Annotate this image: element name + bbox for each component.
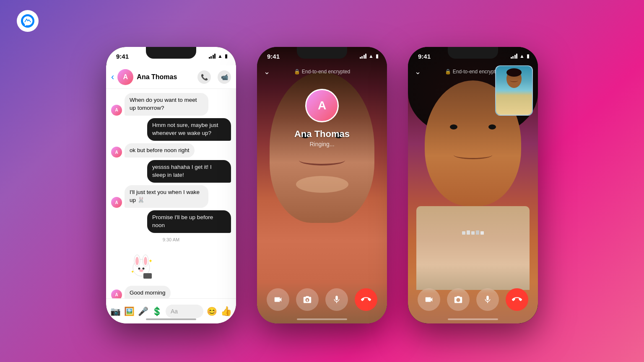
contact-avatar: A bbox=[117, 69, 133, 85]
video-top-bar: ⌄ 🔒 End-to-end encrypted bbox=[257, 65, 387, 78]
gallery-icon[interactable]: 🖼️ bbox=[124, 306, 135, 316]
message-row: Promise I'll be up before noon bbox=[111, 210, 231, 233]
battery-icon-2: ▮ bbox=[376, 53, 379, 59]
messenger-logo bbox=[17, 10, 39, 32]
mute-button-3[interactable] bbox=[476, 288, 499, 311]
message-avatar: A bbox=[111, 197, 122, 208]
encryption-indicator-3: 🔒 End-to-end encrypted bbox=[445, 69, 501, 75]
phone-chat: 9:41 ▲ ▮ ‹ A Ana Thomas bbox=[106, 47, 236, 323]
battery-icon: ▮ bbox=[225, 53, 228, 59]
wifi-icon-3: ▲ bbox=[519, 53, 525, 59]
input-placeholder: Aa bbox=[171, 308, 178, 315]
home-bar-3 bbox=[448, 318, 498, 320]
message-bubble: Hmm not sure, maybe just whenever we wak… bbox=[147, 118, 231, 141]
message-bubble: When do you want to meet up tomorrow? bbox=[125, 93, 208, 116]
video-toggle-button-3[interactable] bbox=[418, 288, 440, 311]
end-call-button-3[interactable] bbox=[506, 288, 528, 311]
encryption-text-3: End-to-end encrypted bbox=[453, 69, 501, 75]
message-bubble: ok but before noon right bbox=[125, 143, 195, 158]
message-avatar: A bbox=[111, 147, 122, 158]
lock-icon: 🔒 bbox=[294, 69, 300, 75]
flip-camera-button-3[interactable] bbox=[447, 288, 470, 311]
encryption-text: End-to-end encrypted bbox=[302, 69, 350, 75]
emoji-icon[interactable]: 😊 bbox=[207, 306, 217, 316]
message-row: A Good morning bbox=[111, 286, 231, 298]
wifi-icon: ▲ bbox=[218, 53, 223, 59]
home-bar-2 bbox=[297, 318, 347, 320]
home-bar bbox=[146, 318, 196, 320]
message-row: Hmm not sure, maybe just whenever we wak… bbox=[111, 118, 231, 141]
message-avatar: A bbox=[111, 105, 122, 116]
camera-icon[interactable]: 📷 bbox=[110, 306, 121, 316]
svg-point-5 bbox=[144, 257, 147, 265]
message-bubble: I'll just text you when I wake up 🐰 bbox=[125, 185, 208, 208]
back-button[interactable]: ‹ bbox=[111, 72, 114, 83]
chevron-down-icon-3[interactable]: ⌄ bbox=[415, 67, 421, 76]
phone-active-call: 9:41 ▲ ▮ ⌄ 🔒 End-to-end encr bbox=[408, 47, 538, 323]
wifi-icon-2: ▲ bbox=[369, 53, 374, 59]
time-3: 9:41 bbox=[416, 53, 431, 60]
mute-button[interactable] bbox=[325, 288, 348, 311]
svg-text:✦: ✦ bbox=[131, 269, 134, 274]
message-input[interactable]: Aa bbox=[166, 305, 203, 318]
video-background bbox=[257, 47, 387, 323]
video-toggle-button[interactable] bbox=[267, 288, 289, 311]
messages-area: A When do you want to meet up tomorrow? … bbox=[106, 89, 236, 298]
status-icons-3: ▲ ▮ bbox=[511, 53, 530, 59]
message-bubble: yessss hahaha I get it! I sleep in late! bbox=[147, 160, 231, 183]
payment-icon[interactable]: 💲 bbox=[152, 306, 162, 316]
notch bbox=[146, 47, 196, 59]
caller-name: Ana Thomas bbox=[257, 129, 387, 140]
message-row: yessss hahaha I get it! I sleep in late! bbox=[111, 160, 231, 183]
status-icons-2: ▲ ▮ bbox=[360, 53, 379, 59]
call-controls bbox=[257, 288, 387, 311]
svg-rect-11 bbox=[143, 273, 152, 279]
notch bbox=[297, 47, 347, 59]
phone-ringing: 9:41 ▲ ▮ ⌄ 🔒 End-to-end encr bbox=[257, 47, 387, 323]
svg-point-8 bbox=[139, 269, 143, 272]
caller-info: Ana Thomas Ringing... bbox=[257, 129, 387, 147]
svg-point-7 bbox=[143, 267, 145, 269]
notch-3 bbox=[448, 47, 498, 59]
encryption-indicator: 🔒 End-to-end encrypted bbox=[294, 69, 350, 75]
chat-action-buttons: 📞 📹 bbox=[197, 70, 231, 84]
timestamp: 9:30 AM bbox=[111, 237, 231, 242]
status-icons-1: ▲ ▮ bbox=[209, 53, 228, 59]
svg-point-6 bbox=[138, 267, 140, 269]
video-call-button[interactable]: 📹 bbox=[218, 70, 231, 84]
lock-icon-3: 🔒 bbox=[445, 69, 451, 75]
signal-icon-2 bbox=[360, 54, 367, 59]
signal-icon bbox=[209, 54, 216, 59]
caller-thumbnail: A bbox=[305, 89, 339, 122]
end-call-button[interactable] bbox=[355, 288, 377, 311]
svg-point-4 bbox=[135, 257, 139, 265]
phones-container: 9:41 ▲ ▮ ‹ A Ana Thomas bbox=[0, 0, 644, 362]
call-status: Ringing... bbox=[257, 141, 387, 147]
signal-icon-3 bbox=[511, 54, 518, 59]
call-controls-3 bbox=[408, 288, 538, 311]
message-bubble: Promise I'll be up before noon bbox=[147, 210, 231, 233]
time-2: 9:41 bbox=[265, 53, 280, 60]
voice-call-button[interactable]: 📞 bbox=[197, 70, 211, 84]
message-row: A When do you want to meet up tomorrow? bbox=[111, 93, 231, 116]
svg-text:✦: ✦ bbox=[148, 258, 153, 264]
message-row: A ok but before noon right bbox=[111, 143, 231, 158]
flip-camera-button[interactable] bbox=[296, 288, 319, 311]
like-button[interactable]: 👍 bbox=[221, 306, 232, 317]
sticker: ✦ ✦ bbox=[125, 248, 158, 282]
sticker-area: ✦ ✦ bbox=[111, 248, 231, 282]
battery-icon-3: ▮ bbox=[527, 53, 530, 59]
message-row: A I'll just text you when I wake up 🐰 bbox=[111, 185, 231, 208]
chat-header: ‹ A Ana Thomas 📞 📹 bbox=[106, 65, 236, 89]
mic-icon[interactable]: 🎤 bbox=[138, 306, 148, 316]
contact-name: Ana Thomas bbox=[137, 73, 197, 81]
chevron-down-icon[interactable]: ⌄ bbox=[264, 67, 270, 76]
message-avatar: A bbox=[111, 290, 122, 298]
self-view-thumbnail bbox=[495, 65, 533, 116]
time-1: 9:41 bbox=[114, 53, 129, 60]
message-bubble: Good morning bbox=[125, 286, 171, 298]
